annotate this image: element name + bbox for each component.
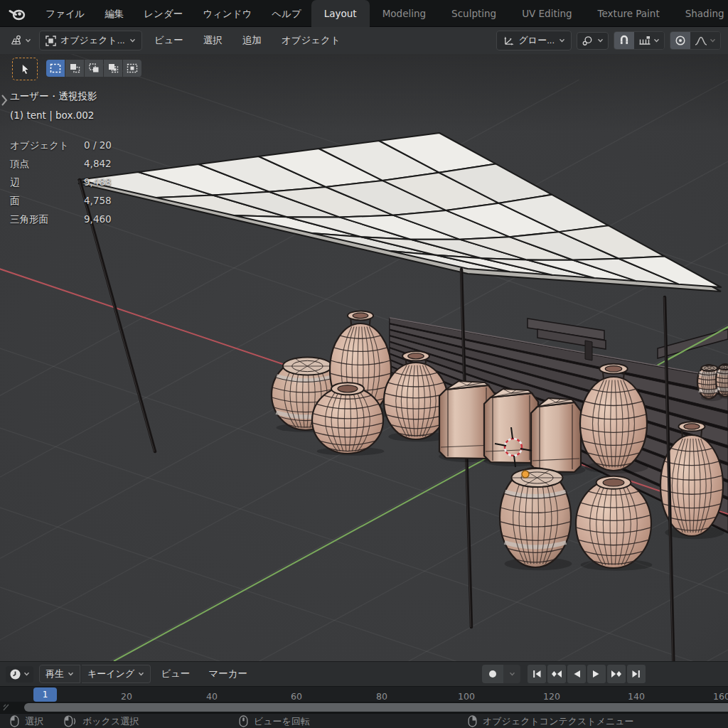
keying-options-dropdown[interactable] <box>503 665 520 683</box>
timeline-scroll-area <box>0 702 728 713</box>
chevron-down-icon <box>597 38 604 43</box>
menu-add[interactable]: 追加 <box>235 34 269 47</box>
timeline-menu-marker[interactable]: マーカー <box>200 668 256 680</box>
auto-keying-record-button[interactable] <box>482 665 503 683</box>
menu-render[interactable]: レンダー <box>134 0 193 27</box>
select-mode-intersect-button[interactable] <box>123 60 141 77</box>
proportional-toggle[interactable] <box>670 32 690 49</box>
chevron-down-icon <box>559 38 565 43</box>
chevron-down-icon <box>68 672 74 676</box>
ruler-tick: 160 <box>710 691 728 702</box>
mouse-right-icon <box>468 715 477 727</box>
jump-to-start-button[interactable] <box>528 665 546 683</box>
active-tool-select-box-button[interactable] <box>12 58 38 80</box>
topbar: ファイル 編集 レンダー ウィンドウ ヘルプ Layout Modeling S… <box>0 0 728 27</box>
transform-orientation-icon <box>503 36 515 46</box>
view-label: ユーザー・透視投影 <box>10 90 97 103</box>
timeline-scrollbar[interactable] <box>24 703 728 712</box>
playback-dropdown[interactable]: 再生 <box>39 665 80 683</box>
pivot-dropdown[interactable] <box>577 32 609 50</box>
menu-window[interactable]: ウィンドウ <box>193 0 262 27</box>
previous-keyframe-icon <box>551 670 562 678</box>
mouse-left-icon <box>10 715 19 727</box>
stat-triangles: 三角形面9,460 <box>10 213 112 232</box>
select-mode-invert-button[interactable] <box>104 60 122 77</box>
object-mode-icon <box>46 36 56 46</box>
3d-viewport[interactable]: ユーザー・透視投影 (1) tent | box.002 オブジェクト0 / 2… <box>0 54 728 661</box>
keying-dropdown[interactable]: キーイング <box>82 665 151 683</box>
editor-type-dropdown[interactable] <box>6 32 35 49</box>
select-mode-extend-button[interactable] <box>65 60 84 77</box>
transport-controls <box>528 665 646 683</box>
next-keyframe-button[interactable] <box>607 665 626 683</box>
select-mode-new-button[interactable] <box>46 60 65 77</box>
editor-corner-handle[interactable] <box>3 703 10 712</box>
select-mode-row <box>46 60 141 77</box>
tab-shading[interactable]: Shading <box>673 0 728 27</box>
blender-logo-icon[interactable] <box>9 6 26 21</box>
status-bar: 選択 ボックス選択 ビューを回転 オブジェクトコンテクストメニュー <box>0 713 728 728</box>
chevron-down-icon <box>138 672 144 676</box>
jump-to-end-icon <box>631 670 641 678</box>
record-group <box>482 665 520 683</box>
menu-file[interactable]: ファイル <box>36 0 95 27</box>
menu-edit[interactable]: 編集 <box>95 0 134 27</box>
statusbar-rotate-view-hint: ビューを回転 <box>239 714 310 728</box>
chevron-down-icon <box>129 38 136 43</box>
snap-increments-icon <box>638 36 651 46</box>
3d-viewport-editor-icon <box>9 35 23 46</box>
stat-faces: 面4,758 <box>10 195 112 213</box>
select-cursor-icon <box>20 63 31 75</box>
play-reverse-icon <box>572 670 581 678</box>
timeline-ruler[interactable]: 20 40 60 80 100 120 140 160 1 <box>0 686 728 702</box>
ruler-tick: 80 <box>370 691 394 702</box>
clock-icon <box>9 668 21 680</box>
snap-toggle[interactable] <box>614 32 634 49</box>
tab-sculpting[interactable]: Sculpting <box>439 0 509 27</box>
next-keyframe-icon <box>611 670 622 678</box>
previous-keyframe-button[interactable] <box>547 665 566 683</box>
select-mode-subtract-button[interactable] <box>85 60 103 77</box>
statusbar-context-menu-hint: オブジェクトコンテクストメニュー <box>468 714 634 728</box>
menu-help[interactable]: ヘルプ <box>262 0 311 27</box>
timeline-editor-type-dropdown[interactable] <box>6 666 33 682</box>
select-subtract-icon <box>88 63 100 73</box>
blender-window: ファイル 編集 レンダー ウィンドウ ヘルプ Layout Modeling S… <box>0 0 728 728</box>
tab-texture-paint[interactable]: Texture Paint <box>585 0 673 27</box>
tab-layout[interactable]: Layout <box>311 0 370 27</box>
timeline-header: 再生 キーイング ビュー マーカー <box>0 661 728 686</box>
object-origin <box>522 471 529 478</box>
timeline-menu-view[interactable]: ビュー <box>152 668 198 680</box>
stat-edges: 辺9,488 <box>10 176 112 195</box>
menu-select[interactable]: 選択 <box>196 34 230 47</box>
select-new-icon <box>50 63 61 73</box>
record-icon <box>488 670 497 678</box>
menu-view[interactable]: ビュー <box>146 34 191 47</box>
chevron-down-icon <box>23 672 30 676</box>
tab-uv-editing[interactable]: UV Editing <box>509 0 584 27</box>
chevron-down-icon <box>509 672 515 676</box>
viewport-header: オブジェクト... ビュー 選択 追加 オブジェクト グロー... <box>0 27 728 54</box>
snap-settings-dropdown[interactable] <box>634 32 664 49</box>
orientation-dropdown[interactable]: グロー... <box>496 31 572 50</box>
jump-to-end-button[interactable] <box>627 665 646 683</box>
play-reverse-button[interactable] <box>567 665 586 683</box>
ruler-tick: 60 <box>284 691 309 702</box>
play-button[interactable] <box>587 665 606 683</box>
chevron-down-icon <box>25 38 31 43</box>
stat-objects: オブジェクト0 / 20 <box>10 139 112 158</box>
topbar-menus: ファイル 編集 レンダー ウィンドウ ヘルプ <box>36 0 311 27</box>
falloff-dropdown[interactable] <box>690 32 720 49</box>
ruler-tick: 120 <box>540 691 564 702</box>
orientation-label: グロー... <box>519 34 555 47</box>
viewport-header-right: グロー... <box>496 31 721 50</box>
statusbar-select-hint: 選択 <box>10 714 43 728</box>
chevron-down-icon <box>653 38 660 43</box>
menu-object[interactable]: オブジェクト <box>274 34 348 47</box>
workspace-tabs: Layout Modeling Sculpting UV Editing Tex… <box>311 0 728 27</box>
mode-dropdown[interactable]: オブジェクト... <box>39 31 142 50</box>
tab-modeling[interactable]: Modeling <box>370 0 439 27</box>
current-frame-playhead[interactable]: 1 <box>33 687 57 702</box>
mode-label: オブジェクト... <box>60 34 125 47</box>
toolbar-expand-chevron-icon[interactable] <box>0 92 9 108</box>
